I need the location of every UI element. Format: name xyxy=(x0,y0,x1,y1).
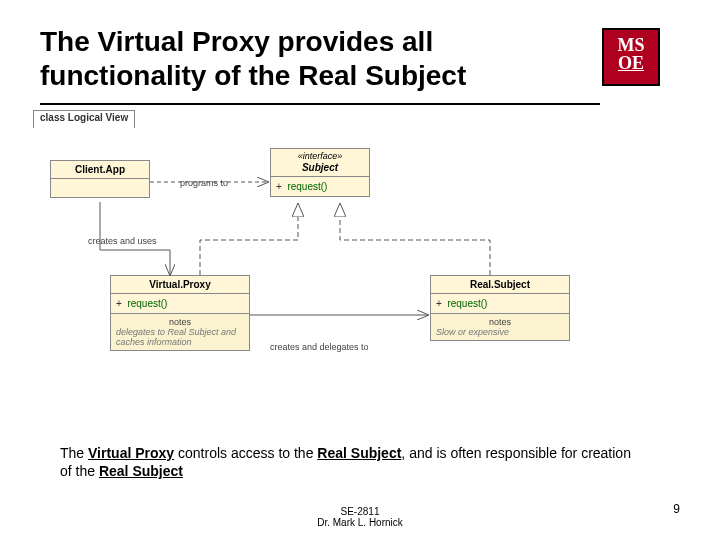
title-underline xyxy=(40,103,600,105)
class-real-subject: Real.Subject + request() notes Slow or e… xyxy=(430,275,570,341)
real-subject-note-head: notes xyxy=(436,317,564,327)
virtual-proxy-op-vis: + xyxy=(116,298,122,309)
logo-line2: OE xyxy=(604,54,658,72)
virtual-proxy-name: Virtual.Proxy xyxy=(149,279,211,290)
logo-line1: MS xyxy=(604,36,658,54)
subject-name: Subject xyxy=(275,162,365,173)
virtual-proxy-note-head: notes xyxy=(116,317,244,327)
footer-author: Dr. Mark L. Hornick xyxy=(0,517,720,528)
edge-creates-and-delegates: creates and delegates to xyxy=(270,342,369,352)
msoe-logo: MS OE xyxy=(602,28,660,86)
class-virtual-proxy: Virtual.Proxy + request() notes delegate… xyxy=(110,275,250,351)
bt-rs1: Real Subject xyxy=(317,445,401,461)
real-subject-op: request() xyxy=(447,298,487,309)
class-client-app: Client.App xyxy=(50,160,150,198)
bt-vp: Virtual Proxy xyxy=(88,445,174,461)
subject-op: request() xyxy=(287,181,327,192)
virtual-proxy-note-body: delegates to Real Subject and caches inf… xyxy=(116,327,244,347)
real-subject-op-vis: + xyxy=(436,298,442,309)
uml-diagram: class Logical View Client.App «interface… xyxy=(30,110,690,410)
real-subject-name: Real.Subject xyxy=(470,279,530,290)
slide-body-text: The Virtual Proxy controls access to the… xyxy=(60,444,640,480)
bt-p1: The xyxy=(60,445,88,461)
interface-subject: «interface» Subject + request() xyxy=(270,148,370,197)
page-number: 9 xyxy=(673,502,680,516)
edge-creates-and-uses: creates and uses xyxy=(88,236,157,246)
subject-stereotype: «interface» xyxy=(275,152,365,162)
virtual-proxy-op: request() xyxy=(127,298,167,309)
real-subject-note-body: Slow or expensive xyxy=(436,327,564,337)
subject-op-vis: + xyxy=(276,181,282,192)
client-name: Client.App xyxy=(75,164,125,175)
slide-footer: SE-2811 Dr. Mark L. Hornick xyxy=(0,506,720,528)
footer-course: SE-2811 xyxy=(0,506,720,517)
slide-title: The Virtual Proxy provides all functiona… xyxy=(40,25,540,92)
bt-rs2: Real Subject xyxy=(99,463,183,479)
bt-p2: controls access to the xyxy=(174,445,317,461)
frame-label: class Logical View xyxy=(33,110,135,128)
edge-programs-to: programs to xyxy=(180,178,228,188)
